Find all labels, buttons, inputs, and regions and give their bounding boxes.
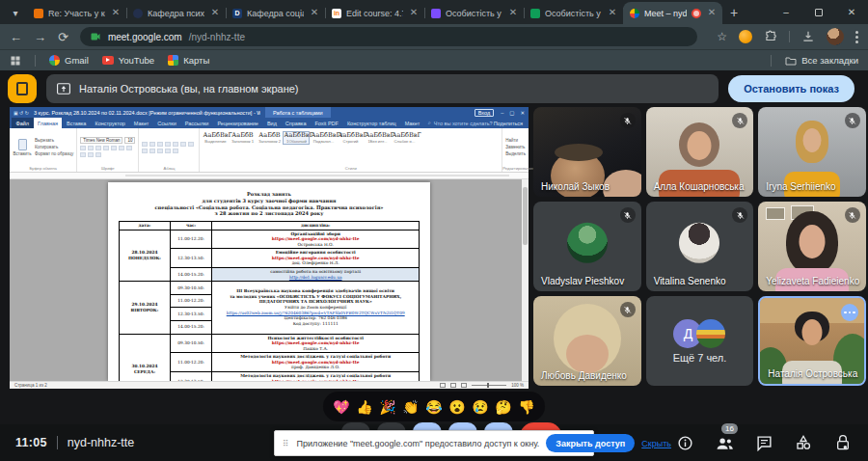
download-icon[interactable] [801,30,815,43]
new-tab-button[interactable]: + [722,1,746,24]
companion-mode-icon[interactable] [8,74,37,103]
reload-icon[interactable]: ⟳ [58,31,68,43]
participant-tile[interactable]: Алла Кошарновська [646,107,754,197]
reaction-cry-button[interactable]: 😢 [472,400,489,414]
tile-options-button[interactable] [841,304,858,321]
drag-handle[interactable]: ⠿ [283,439,290,448]
people-button[interactable]: 16 [715,433,734,452]
word-tab-foxit: Foxit PDF [311,118,342,128]
meet-body: ▣ ↺ ↻ 3 курс. Розклад 28.10.2024 по 02.1… [0,107,868,389]
subject-cell: Методологія наукових досліджень у галузі… [212,353,420,372]
word-tab-table-layout: Макет [400,118,424,128]
subject-cell-conference: ІІІ Всеукраїнська наукова конференція зд… [212,282,420,334]
self-tile[interactable]: Наталія Островська [758,296,866,386]
paste-button: Вставить [13,130,32,164]
tab-close-icon[interactable]: ✕ [607,8,618,19]
participant-tile[interactable]: Vitalina Senenko [646,202,754,291]
word-tab-file: Файл [12,118,34,128]
profile-avatar[interactable] [827,28,844,45]
participant-tile[interactable]: Yelizaveta Fadieienko [758,202,866,291]
participant-tile[interactable]: Любовь Давиденко [533,296,641,386]
meet-bottom-bar: 11:05 nyd-nhhz-tte ⠿ Приложение "meet.go… [0,424,868,461]
reaction-thinking-button[interactable]: 🤔 [495,400,512,414]
reaction-heart-button[interactable]: 💖 [333,400,350,414]
close-access-button[interactable]: Закрыть доступ [546,434,635,452]
site-favicon: D [232,9,242,18]
tab-close-icon[interactable]: ✕ [706,8,718,19]
time-cell: 14.00-15.20: [170,268,212,282]
reaction-thumbs-up-button[interactable]: 👍 [356,400,373,414]
overflow-tile[interactable]: Д Ещё 7 чел. [646,296,754,386]
meeting-details-button[interactable] [675,433,694,452]
browser-tab-5[interactable]: Особистість у фок ✕ [424,2,524,24]
word-tab-design: Конструктор [91,118,129,128]
address-bar[interactable]: meet.google.com/nyd-nhhz-tte [80,27,697,46]
style-chip-selected: АаБбВвГ1Обычный [284,132,309,144]
table-header-row: дата: час: дисципліна: [120,222,420,230]
reaction-thumbs-down-button[interactable]: 👎 [518,400,535,414]
tab-close-icon[interactable]: ✕ [209,8,221,19]
meet-main: Наталія Островська (вы, на главном экран… [0,70,868,461]
tab-label: Особистість у фок [446,9,502,18]
tab-close-icon[interactable]: ✕ [507,8,519,19]
mic-muted-icon [620,302,636,317]
hide-link[interactable]: Скрыть [641,439,671,448]
word-scrollbar [522,179,529,381]
style-chip: АаБбВвГ1Без инт... [365,132,390,144]
participant-tile[interactable]: Николай Зыков [533,107,641,197]
back-icon[interactable]: ← [10,31,22,43]
reaction-party-button[interactable]: 🎉 [379,400,396,414]
tab-label: Кафедра соціально [247,9,304,18]
participant-count-badge: 16 [721,423,738,434]
browser-tab-strip: ▾ Re: Участь у конфер ✕ Кафедра психолог… [0,0,868,24]
forward-icon[interactable]: → [34,31,46,43]
extensions-puzzle-icon[interactable] [764,30,777,43]
bookmark-youtube[interactable]: YouTube [102,55,154,66]
participant-tile[interactable]: Iryna Serhiienko [758,107,866,197]
word-tell-me-search: ⌕ Что вы хотите сделать? [428,120,493,126]
browser-tab-6[interactable]: Особистість у фок ✕ [524,2,623,24]
all-bookmarks-button[interactable]: Все закладки [785,55,858,66]
tab-search-button[interactable]: ▾ [4,1,27,24]
mic-muted-icon [620,207,636,223]
browser-tab-2[interactable]: Кафедра психологі ✕ [126,2,226,24]
browser-tab-1[interactable]: Re: Участь у конфер ✕ [27,2,126,24]
date-cell: 29.10.2024 ВІВТОРОК: [120,282,171,334]
participant-name: Любовь Давиденко [541,370,627,381]
shared-screen-word-window[interactable]: ▣ ↺ ↻ 3 курс. Розклад 28.10.2024 по 02.1… [10,107,529,389]
reaction-clap-button[interactable]: 👏 [402,400,420,414]
participant-name: Николай Зыков [541,181,610,192]
tab-label: Особистість у фок [545,9,602,18]
tab-close-icon[interactable]: ✕ [110,8,122,19]
browser-tab-meet-active[interactable]: Meet – nyd-nhh ✕ [623,2,722,24]
reaction-laugh-button[interactable]: 😂 [425,400,443,414]
activities-button[interactable] [794,433,813,452]
extension-icon[interactable] [739,30,752,43]
participant-tile[interactable]: Vladyslav Pieshkov [533,202,641,291]
word-restore-icon: ▢ [509,110,514,116]
tab-close-icon[interactable]: ✕ [309,8,320,19]
apps-grid-icon[interactable] [10,55,21,67]
doc-title-line: Розклад занять [119,191,420,198]
subject-cell-selfstudy: самостійна робота на освітньому порталіh… [212,268,420,282]
minimize-icon[interactable]: – [770,0,802,24]
bookmark-star-icon[interactable]: ☆ [717,31,727,42]
host-controls-button[interactable] [833,433,853,452]
browser-tab-4[interactable]: in Edit course: 4.7 Іноз ✕ [325,2,424,24]
paragraph-tools [142,130,196,164]
maximize-icon[interactable] [802,0,835,24]
bookmark-gmail[interactable]: Gmail [49,55,89,66]
tab-close-icon[interactable]: ✕ [408,8,420,19]
browser-tab-3[interactable]: D Кафедра соціально ✕ [226,2,325,24]
reaction-surprise-button[interactable]: 😮 [448,400,466,414]
chat-button[interactable] [754,433,773,452]
browser-menu-icon[interactable] [855,31,858,43]
word-tab-layout: Макет [129,118,153,128]
print-layout-icon [450,383,456,388]
bookmark-maps[interactable]: Карты [168,55,209,66]
divider [57,436,58,449]
stop-presenting-button[interactable]: Остановить показ [728,75,854,102]
time-cell: 09.30-10.50: [170,334,212,353]
meeting-code: nyd-nhhz-tte [68,436,134,449]
close-icon[interactable]: ✕ [835,0,868,24]
